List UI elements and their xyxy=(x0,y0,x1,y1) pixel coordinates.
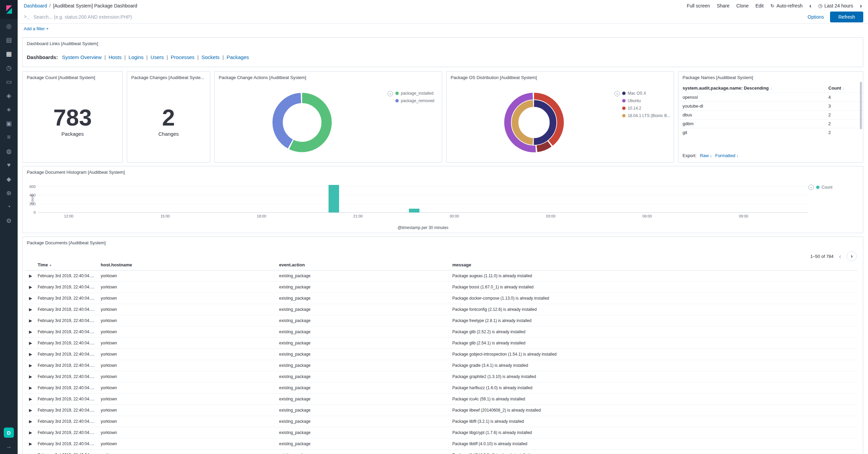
column-header-count[interactable]: Count↕ xyxy=(828,86,859,91)
topmenu-share[interactable]: Share xyxy=(717,3,729,8)
auto-refresh-button[interactable]: ↻ Auto-refresh xyxy=(770,3,803,8)
sidebar-item-infrastructure[interactable]: ▣ xyxy=(0,116,18,130)
expand-row-button[interactable]: ▶ xyxy=(25,293,36,304)
sidebar-expand-icon[interactable]: → xyxy=(6,443,12,450)
panel-package-documents: Package Documents [Auditbeat System] 1–5… xyxy=(22,237,863,454)
cell-event-action: existing_package xyxy=(277,427,450,438)
column-header-time[interactable]: Time▼ xyxy=(36,260,99,270)
column-header-name[interactable]: system.audit.package.name: Descending↕ xyxy=(683,86,828,91)
sidebar-item-dashboard[interactable]: ▦ xyxy=(0,47,18,61)
expand-row-button[interactable]: ▶ xyxy=(25,338,36,349)
expand-row-button[interactable]: ▶ xyxy=(25,427,36,438)
topmenu-full-screen[interactable]: Full screen xyxy=(687,3,710,8)
expand-row-button[interactable]: ▶ xyxy=(25,371,36,382)
package-name-row[interactable]: gdbm 2 xyxy=(678,119,863,128)
dashboard-link-sockets[interactable]: Sockets xyxy=(201,54,226,60)
sidebar-item-dev-tools[interactable]: ⊛ xyxy=(0,186,18,200)
package-name-row[interactable]: youtube-dl 3 xyxy=(678,101,863,110)
os-distribution-donut-chart[interactable] xyxy=(502,90,566,155)
pagination-prev-button[interactable]: ‹ xyxy=(839,253,841,260)
sidebar-item-logs[interactable]: ≡ xyxy=(0,130,18,144)
panel-package-document-histogram: Package Document Histogram [Auditbeat Sy… xyxy=(22,166,863,233)
topmenu-edit[interactable]: Edit xyxy=(755,3,764,8)
legend-item-18-04-1-lts-bionic-b[interactable]: 18.04.1 LTS (Bionic B... xyxy=(622,113,670,118)
column-header-hostname[interactable]: host.hostname xyxy=(99,260,277,270)
sidebar-item-machine-learning[interactable]: ∗ xyxy=(0,102,18,116)
legend-label: Count xyxy=(822,185,832,190)
expand-row-button[interactable]: ▶ xyxy=(25,282,36,293)
dashboard-link-users[interactable]: Users xyxy=(151,54,171,60)
package-name-row[interactable]: git 2 xyxy=(678,128,863,137)
expand-row-button[interactable]: ▶ xyxy=(25,315,36,326)
legend-toggle-icon[interactable]: « xyxy=(388,91,393,96)
export-raw-link[interactable]: Raw↓ xyxy=(700,153,712,158)
table-row: ▶ February 3rd 2019, 22:40:04.121 yorkto… xyxy=(25,405,857,416)
expand-row-button[interactable]: ▶ xyxy=(25,405,36,416)
add-filter-link[interactable]: Add a filter + xyxy=(24,26,48,31)
sidebar-item-graph[interactable]: ◆ xyxy=(0,172,18,186)
dashboard-link-processes[interactable]: Processes xyxy=(171,54,202,60)
legend-item-mac-os-x[interactable]: Mac OS X xyxy=(622,91,670,96)
sidebar-item-visualize[interactable]: ▤ xyxy=(0,33,18,47)
column-header-event-action[interactable]: event.action xyxy=(277,260,450,270)
app-icon: ⚙ xyxy=(6,217,12,225)
space-avatar[interactable]: D xyxy=(4,428,14,438)
refresh-button[interactable]: Refresh xyxy=(830,12,863,22)
expand-row-button[interactable]: ▶ xyxy=(25,438,36,450)
dashboard-link-logins[interactable]: Logins xyxy=(129,54,151,60)
dashboard-link-hosts[interactable]: Hosts xyxy=(108,54,129,60)
legend-item-package-installed[interactable]: package_installed xyxy=(395,91,434,96)
kibana-logo[interactable] xyxy=(0,0,18,19)
legend-toggle-icon[interactable]: « xyxy=(614,91,620,96)
sidebar-item-uptime[interactable]: ♥ xyxy=(0,158,18,172)
dashboard-links-row: Dashboards: System OverviewHostsLoginsUs… xyxy=(23,46,863,60)
column-header-message[interactable]: message xyxy=(450,260,857,270)
histogram-bar[interactable] xyxy=(329,185,339,212)
sidebar-item-maps[interactable]: ◈ xyxy=(0,89,18,102)
sidebar-item-monitoring[interactable]: ◔ xyxy=(0,200,18,214)
export-formatted-link[interactable]: Formatted↓ xyxy=(715,153,738,158)
cell-message: Package libtiff (4.0.10) is already inst… xyxy=(450,438,857,450)
legend-item-count[interactable]: Count xyxy=(816,185,832,190)
pagination-next-button[interactable]: › xyxy=(847,251,857,261)
legend-toggle-icon[interactable]: « xyxy=(808,185,814,190)
expand-row-button[interactable]: ▶ xyxy=(25,360,36,371)
change-actions-donut-chart[interactable] xyxy=(270,90,334,155)
topmenu-clone[interactable]: Clone xyxy=(736,3,749,8)
legend-item-ubuntu[interactable]: Ubuntu xyxy=(622,98,670,103)
search-input[interactable] xyxy=(33,14,802,20)
expand-row-button[interactable]: ▶ xyxy=(25,450,36,454)
expand-row-button[interactable]: ▶ xyxy=(25,382,36,394)
dashboard-link-packages[interactable]: Packages xyxy=(226,54,249,60)
time-forward-button[interactable]: › xyxy=(860,3,862,9)
expand-row-button[interactable]: ▶ xyxy=(25,416,36,427)
cell-time: February 3rd 2019, 22:40:04.121 xyxy=(36,427,99,438)
sidebar-item-canvas[interactable]: ▭ xyxy=(0,75,18,89)
legend-item-package-removed[interactable]: package_removed xyxy=(395,98,434,103)
gridline xyxy=(38,186,808,187)
expand-row-button[interactable]: ▶ xyxy=(25,326,36,338)
package-name-row[interactable]: openssl 4 xyxy=(678,93,863,101)
expand-row-button[interactable]: ▶ xyxy=(25,270,36,282)
cell-time: February 3rd 2019, 22:40:04.121 xyxy=(36,438,99,450)
expand-row-button[interactable]: ▶ xyxy=(25,304,36,315)
sidebar-item-management[interactable]: ⚙ xyxy=(0,214,18,228)
sidebar-item-apm[interactable]: ◍ xyxy=(0,144,18,158)
legend-label: Mac OS X xyxy=(628,91,646,96)
expand-row-button[interactable]: ▶ xyxy=(25,394,36,405)
legend-label: package_installed xyxy=(401,91,433,96)
time-range-button[interactable]: ◷ Last 24 hours xyxy=(818,3,853,8)
expand-row-button[interactable]: ▶ xyxy=(25,349,36,360)
legend-item-10-14-2[interactable]: 10.14.2 xyxy=(622,106,670,111)
dashboard-link-system-overview[interactable]: System Overview xyxy=(62,54,108,60)
sidebar-item-timelion[interactable]: ◷ xyxy=(0,61,18,75)
breadcrumb-dashboard-link[interactable]: Dashboard xyxy=(24,3,47,8)
histogram-bar[interactable] xyxy=(409,209,419,212)
sidebar-item-discover[interactable]: ◎ xyxy=(0,19,18,33)
options-link[interactable]: Options xyxy=(808,14,824,20)
time-back-button[interactable]: ‹ xyxy=(809,3,811,9)
scrollbar-thumb[interactable] xyxy=(860,82,862,129)
package-name-row[interactable]: dbus 2 xyxy=(678,110,863,119)
package-name-cell: git xyxy=(683,130,828,135)
kibana-app: ◎ ▤ ▦ ◷ ▭ ◈ ∗ ▣ ≡ ◍ xyxy=(0,0,868,454)
